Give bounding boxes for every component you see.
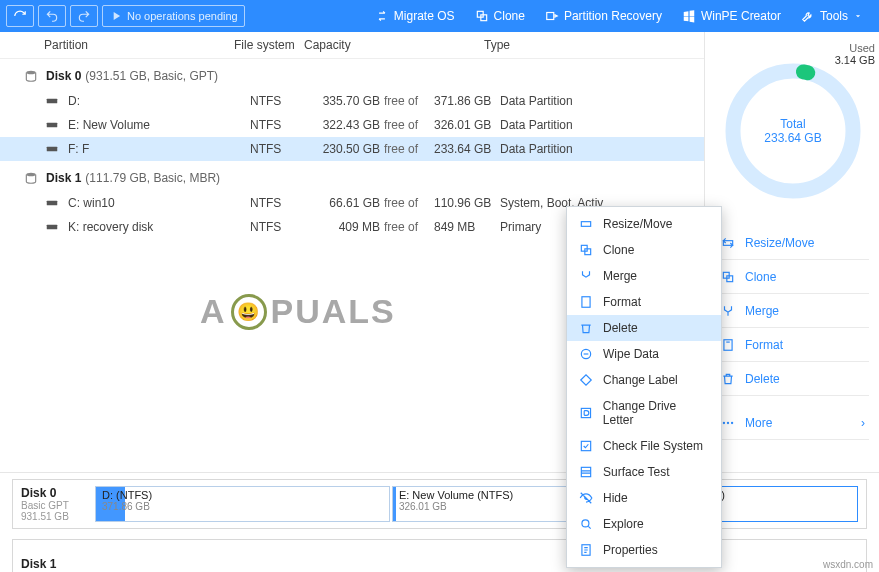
- play-icon: [109, 9, 123, 23]
- disk-map[interactable]: Disk 1: [12, 539, 867, 572]
- partition-icon: [44, 220, 60, 234]
- side-format-button[interactable]: Format: [717, 328, 869, 362]
- partition-capacity: 409 MBfree of849 MB: [320, 220, 500, 234]
- clone-icon: [721, 270, 735, 284]
- logo-face-icon: 😃: [231, 294, 267, 330]
- disk-map-info: Disk 1: [21, 546, 95, 572]
- pending-ops-label: No operations pending: [127, 10, 238, 22]
- svg-rect-6: [47, 147, 58, 152]
- svg-rect-13: [582, 297, 590, 308]
- disk-map-segment[interactable]: D: (NTFS)371.86 GB: [95, 486, 390, 522]
- partition-fs: NTFS: [250, 196, 320, 210]
- partition-row[interactable]: E: New VolumeNTFS322.43 GBfree of326.01 …: [0, 113, 704, 137]
- partition-row[interactable]: D:NTFS335.70 GBfree of371.86 GBData Part…: [0, 89, 704, 113]
- header-capacity: Capacity: [304, 38, 484, 52]
- header-filesystem: File system: [234, 38, 304, 52]
- disk-info: (931.51 GB, Basic, GPT): [85, 69, 218, 83]
- context-explore[interactable]: Explore: [567, 511, 721, 537]
- disk-icon: [22, 171, 40, 185]
- context-changelabel[interactable]: Change Label: [567, 367, 721, 393]
- disk-name: Disk 1: [46, 171, 81, 185]
- top-toolbar: No operations pending Migrate OS Clone P…: [0, 0, 879, 32]
- delete-icon: [579, 321, 593, 335]
- format-icon: [721, 338, 735, 352]
- clone-button[interactable]: Clone: [465, 0, 535, 32]
- partition-label: F: F: [68, 142, 250, 156]
- changelabel-icon: [579, 373, 593, 387]
- side-merge-button[interactable]: Merge: [717, 294, 869, 328]
- context-resize[interactable]: Resize/Move: [567, 211, 721, 237]
- disk-info: (111.79 GB, Basic, MBR): [85, 171, 220, 185]
- disk-map[interactable]: Disk 0Basic GPT931.51 GBD: (NTFS)371.86 …: [12, 479, 867, 529]
- svg-point-26: [723, 421, 725, 423]
- context-clone[interactable]: Clone: [567, 237, 721, 263]
- svg-rect-16: [581, 441, 590, 450]
- main-area: Partition File system Capacity Type Disk…: [0, 32, 879, 472]
- partition-context-menu: Resize/MoveCloneMergeFormatDeleteWipe Da…: [566, 206, 722, 568]
- context-wipe[interactable]: Wipe Data: [567, 341, 721, 367]
- migrate-icon: [375, 9, 389, 23]
- partition-fs: NTFS: [250, 118, 320, 132]
- chevron-right-icon: ›: [861, 416, 865, 430]
- merge-icon: [721, 304, 735, 318]
- partition-recovery-button[interactable]: Partition Recovery: [535, 0, 672, 32]
- checkfs-icon: [579, 439, 593, 453]
- recovery-icon: [545, 9, 559, 23]
- svg-rect-9: [47, 225, 58, 230]
- svg-rect-5: [47, 123, 58, 128]
- pending-ops-button[interactable]: No operations pending: [102, 5, 245, 27]
- properties-icon: [579, 543, 593, 557]
- clone-icon: [579, 243, 593, 257]
- wrench-icon: [801, 9, 815, 23]
- partition-label: C: win10: [68, 196, 250, 210]
- partition-capacity: 335.70 GBfree of371.86 GB: [320, 94, 500, 108]
- svg-rect-4: [47, 99, 58, 104]
- partition-label: K: recovery disk: [68, 220, 250, 234]
- context-driveletter[interactable]: Change Drive Letter: [567, 393, 721, 433]
- redo-button[interactable]: [70, 5, 98, 27]
- partition-label: E: New Volume: [68, 118, 250, 132]
- svg-point-18: [582, 520, 589, 527]
- disk-icon: [22, 69, 40, 83]
- context-merge[interactable]: Merge: [567, 263, 721, 289]
- context-delete[interactable]: Delete: [567, 315, 721, 341]
- migrate-os-button[interactable]: Migrate OS: [365, 0, 465, 32]
- svg-rect-2: [547, 13, 554, 20]
- winpe-creator-button[interactable]: WinPE Creator: [672, 0, 791, 32]
- context-properties[interactable]: Properties: [567, 537, 721, 563]
- partition-capacity: 322.43 GBfree of326.01 GB: [320, 118, 500, 132]
- refresh-button[interactable]: [6, 5, 34, 27]
- partition-type: Data Partition: [500, 94, 692, 108]
- partition-icon: [44, 118, 60, 132]
- svg-rect-25: [724, 339, 732, 350]
- context-format[interactable]: Format: [567, 289, 721, 315]
- header-partition: Partition: [44, 38, 234, 52]
- windows-icon: [682, 9, 696, 23]
- tools-dropdown[interactable]: Tools: [791, 0, 873, 32]
- side-resize-button[interactable]: Resize/Move: [717, 226, 869, 260]
- partition-table-header: Partition File system Capacity Type: [0, 32, 704, 59]
- context-hide[interactable]: Hide: [567, 485, 721, 511]
- clone-icon: [475, 9, 489, 23]
- used-label-block: Used 3.14 GB: [723, 42, 875, 66]
- header-type: Type: [484, 38, 692, 52]
- partition-icon: [44, 196, 60, 210]
- side-more-button[interactable]: More ›: [717, 406, 869, 440]
- partition-fs: NTFS: [250, 94, 320, 108]
- disk-map-area: Disk 0Basic GPT931.51 GBD: (NTFS)371.86 …: [0, 472, 879, 572]
- side-panel: Used 3.14 GB Total 233.64 GB Resize/Move…: [705, 32, 879, 472]
- wipe-icon: [579, 347, 593, 361]
- svg-point-3: [26, 71, 35, 75]
- side-clone-button[interactable]: Clone: [717, 260, 869, 294]
- partition-type: Data Partition: [500, 142, 692, 156]
- partition-row[interactable]: F: FNTFS230.50 GBfree of233.64 GBData Pa…: [0, 137, 704, 161]
- side-delete-button[interactable]: Delete: [717, 362, 869, 396]
- undo-button[interactable]: [38, 5, 66, 27]
- disk-row[interactable]: Disk 1 (111.79 GB, Basic, MBR): [0, 165, 704, 191]
- context-surface[interactable]: Surface Test: [567, 459, 721, 485]
- partition-fs: NTFS: [250, 142, 320, 156]
- context-checkfs[interactable]: Check File System: [567, 433, 721, 459]
- partition-icon: [44, 142, 60, 156]
- disk-row[interactable]: Disk 0 (931.51 GB, Basic, GPT): [0, 63, 704, 89]
- refresh-icon: [13, 9, 27, 23]
